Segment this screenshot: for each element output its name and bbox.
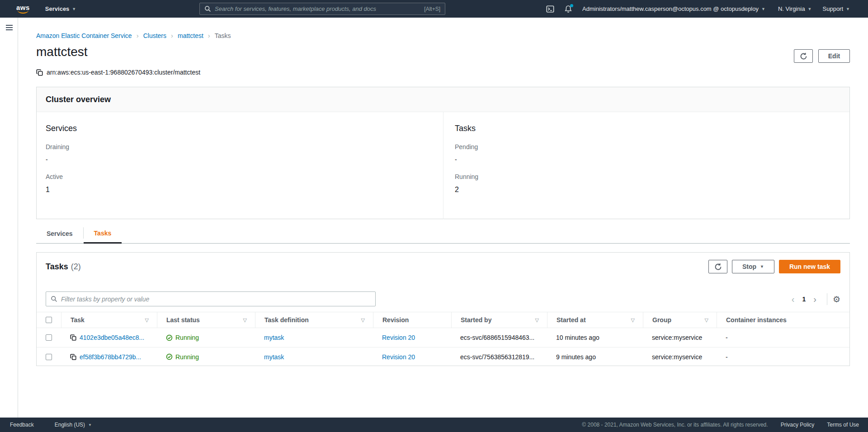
column-header-started-by[interactable]: Started by▽ bbox=[451, 312, 547, 328]
group-cell: service:myservice bbox=[643, 347, 717, 366]
revision-link[interactable]: Revision 20 bbox=[382, 353, 415, 361]
stop-button-label: Stop bbox=[742, 263, 756, 270]
started-at-cell: 10 minutes ago bbox=[547, 328, 643, 347]
table-row: 4102e3dbe05a48ec8... Running mytask Revi… bbox=[37, 328, 849, 347]
started-at-cell: 9 minutes ago bbox=[547, 347, 643, 366]
filter-icon[interactable]: ▽ bbox=[145, 317, 149, 323]
filter-icon[interactable]: ▽ bbox=[243, 317, 247, 323]
status-badge: Running bbox=[166, 334, 199, 341]
breadcrumb-separator-icon: › bbox=[208, 32, 210, 39]
filter-icon[interactable]: ▽ bbox=[535, 317, 539, 323]
column-header-group[interactable]: Group▽ bbox=[643, 312, 717, 328]
breadcrumb-cluster-name[interactable]: mattctest bbox=[178, 32, 203, 39]
notifications-bell-icon[interactable] bbox=[564, 5, 572, 13]
account-menu[interactable]: Administrators/matthew.casperson@octopus… bbox=[582, 5, 765, 12]
copy-icon[interactable] bbox=[36, 69, 43, 76]
tab-tasks[interactable]: Tasks bbox=[84, 224, 122, 244]
filter-icon[interactable]: ▽ bbox=[361, 317, 365, 323]
tasks-refresh-button[interactable] bbox=[708, 260, 727, 273]
column-header-task[interactable]: Task▽ bbox=[61, 312, 157, 328]
search-icon bbox=[204, 5, 211, 12]
overview-services-heading: Services bbox=[46, 124, 443, 133]
container-instances-cell: - bbox=[717, 347, 850, 366]
page-number: 1 bbox=[798, 296, 809, 303]
task-definition-link[interactable]: mytask bbox=[264, 334, 284, 341]
copy-icon[interactable] bbox=[70, 334, 76, 341]
revision-link[interactable]: Revision 20 bbox=[382, 334, 415, 341]
check-circle-icon bbox=[166, 353, 173, 360]
row-checkbox[interactable] bbox=[46, 334, 52, 341]
stop-dropdown-button[interactable]: Stop ▼ bbox=[732, 260, 774, 273]
status-badge: Running bbox=[166, 353, 199, 361]
account-menu-label: Administrators/matthew.casperson@octopus… bbox=[582, 5, 759, 12]
started-by-cell: ecs-svc/7563856312819... bbox=[451, 347, 547, 366]
column-header-last-status[interactable]: Last status▽ bbox=[157, 312, 255, 328]
chevron-down-icon: ▼ bbox=[761, 7, 765, 11]
tasks-filter-input[interactable] bbox=[61, 296, 371, 303]
hamburger-menu-icon[interactable] bbox=[6, 25, 13, 32]
breadcrumb-separator-icon: › bbox=[137, 32, 139, 39]
started-by-cell: ecs-svc/6886515948463... bbox=[451, 328, 547, 347]
pagination: ‹ 1 › ⚙ bbox=[788, 292, 840, 306]
copy-icon[interactable] bbox=[70, 354, 76, 360]
support-menu-label: Support bbox=[823, 5, 844, 12]
edit-button[interactable]: Edit bbox=[818, 49, 850, 63]
previous-page-icon[interactable]: ‹ bbox=[788, 295, 799, 304]
tasks-panel: Tasks (2) Stop ▼ Run new task ‹ 1 › bbox=[36, 252, 850, 366]
overview-tasks-heading: Tasks bbox=[455, 124, 849, 133]
services-menu[interactable]: Services ▼ bbox=[45, 5, 76, 12]
stat-label: Draining bbox=[46, 143, 443, 150]
terms-of-use-link[interactable]: Terms of Use bbox=[827, 422, 859, 428]
footer: Feedback English (US) ▼ © 2008 - 2021, A… bbox=[0, 418, 868, 432]
breadcrumb-current-page: Tasks bbox=[215, 32, 231, 39]
global-search[interactable]: [Alt+S] bbox=[199, 3, 445, 15]
run-new-task-button[interactable]: Run new task bbox=[779, 260, 840, 273]
filter-icon[interactable]: ▽ bbox=[631, 317, 635, 323]
column-header-started-at[interactable]: Started at▽ bbox=[547, 312, 643, 328]
row-checkbox[interactable] bbox=[46, 354, 52, 360]
feedback-link[interactable]: Feedback bbox=[10, 422, 34, 428]
support-menu[interactable]: Support ▼ bbox=[823, 5, 850, 12]
page-actions: Edit bbox=[794, 49, 850, 63]
tab-services[interactable]: Services bbox=[36, 224, 83, 244]
global-search-input[interactable] bbox=[215, 5, 424, 12]
overview-tasks-column: Tasks Pending - Running 2 bbox=[443, 112, 849, 219]
next-page-icon[interactable]: › bbox=[809, 295, 821, 304]
select-all-checkbox[interactable] bbox=[46, 317, 52, 323]
breadcrumb: Amazon Elastic Container Service › Clust… bbox=[36, 32, 231, 39]
group-cell: service:myservice bbox=[643, 328, 717, 347]
chevron-down-icon: ▼ bbox=[808, 7, 812, 11]
cluster-tabs: Services Tasks bbox=[36, 224, 850, 244]
table-row: ef58f3b678bb4729b... Running mytask Revi… bbox=[37, 347, 849, 366]
tasks-table-header: Task▽ Last status▽ Task definition▽ Revi… bbox=[37, 312, 849, 328]
privacy-policy-link[interactable]: Privacy Policy bbox=[781, 422, 815, 428]
cluster-overview-panel: Cluster overview Services Draining - Act… bbox=[36, 87, 850, 219]
breadcrumb-clusters[interactable]: Clusters bbox=[143, 32, 166, 39]
task-id-link[interactable]: 4102e3dbe05a48ec8... bbox=[80, 334, 144, 341]
task-id-link[interactable]: ef58f3b678bb4729b... bbox=[80, 353, 141, 361]
column-header-revision[interactable]: Revision bbox=[373, 312, 451, 328]
cloudshell-icon[interactable] bbox=[546, 5, 554, 13]
tasks-filter[interactable] bbox=[46, 291, 376, 306]
region-menu[interactable]: N. Virginia ▼ bbox=[778, 5, 812, 12]
stat-value: 2 bbox=[455, 186, 849, 194]
services-menu-label: Services bbox=[45, 5, 70, 12]
tasks-count: (2) bbox=[71, 262, 81, 272]
copyright-text: © 2008 - 2021, Amazon Web Services, Inc.… bbox=[582, 422, 768, 428]
top-navigation-bar: aws Services ▼ [Alt+S] Administrators/ma… bbox=[0, 0, 868, 18]
breadcrumb-ecs[interactable]: Amazon Elastic Container Service bbox=[36, 32, 132, 39]
cluster-arn-row: arn:aws:ecs:us-east-1:968802670493:clust… bbox=[36, 69, 200, 76]
aws-logo[interactable]: aws bbox=[16, 5, 30, 14]
language-label: English (US) bbox=[55, 422, 85, 428]
table-settings-gear-icon[interactable]: ⚙ bbox=[833, 294, 840, 304]
column-header-task-definition[interactable]: Task definition▽ bbox=[255, 312, 373, 328]
aws-logo-text: aws bbox=[16, 5, 30, 11]
filter-icon[interactable]: ▽ bbox=[705, 317, 708, 323]
language-selector[interactable]: English (US) ▼ bbox=[55, 422, 92, 428]
stat-value: - bbox=[46, 156, 443, 163]
chevron-down-icon: ▼ bbox=[846, 7, 850, 11]
task-definition-link[interactable]: mytask bbox=[264, 353, 284, 361]
stat-value: - bbox=[455, 156, 849, 163]
refresh-button[interactable] bbox=[794, 49, 813, 63]
column-header-container-instances[interactable]: Container instances bbox=[717, 312, 850, 328]
